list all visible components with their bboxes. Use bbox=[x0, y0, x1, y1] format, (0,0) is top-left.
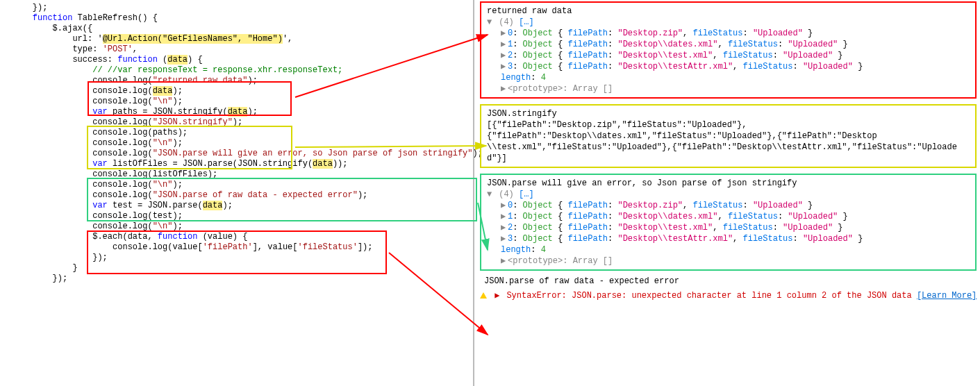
code-editor-pane: }); function TableRefresh() { $.ajax({ u… bbox=[0, 0, 474, 386]
code-line: console.log(paths); bbox=[13, 128, 470, 138]
console-block-parse: JSON.parse will give an error, so Json p… bbox=[480, 174, 977, 271]
console-title: returned raw data bbox=[487, 6, 970, 17]
warning-icon bbox=[480, 292, 487, 299]
code-line: console.log("JSON.parse will give an err… bbox=[13, 149, 470, 159]
array-prototype[interactable]: ▶<prototype>: Array [] bbox=[501, 255, 970, 267]
code-line: $.ajax({ bbox=[13, 24, 470, 34]
console-output-pane: returned raw data ▼ (4) […] ▶0: Object {… bbox=[474, 0, 980, 386]
code-line: } bbox=[13, 263, 470, 274]
code-line: console.log("\n"); bbox=[13, 180, 470, 190]
array-summary[interactable]: ▼ (4) […] bbox=[487, 189, 970, 200]
code-line: console.log(listOfFiles); bbox=[13, 169, 470, 180]
code-line: console.log(data); bbox=[13, 86, 470, 96]
console-title-error: JSON.parse of raw data - expected error bbox=[484, 276, 977, 286]
code-line: console.log("\n"); bbox=[13, 96, 470, 107]
array-item[interactable]: ▶0: Object { filePath: "Desktop.zip", fi… bbox=[501, 200, 970, 211]
code-line: function TableRefresh() { bbox=[13, 13, 470, 24]
console-block-rawdata: returned raw data ▼ (4) […] ▶0: Object {… bbox=[480, 1, 977, 99]
code-line: console.log("\n"); bbox=[13, 138, 470, 149]
console-title: JSON.parse will give an error, so Json p… bbox=[487, 178, 970, 189]
code-line: $.each(data, function (value) { bbox=[13, 232, 470, 242]
code-line: }); bbox=[13, 3, 470, 13]
console-block-stringify: JSON.stringify [{"filePath":"Desktop.zip… bbox=[480, 104, 977, 168]
code-line: console.log("\n"); bbox=[13, 221, 470, 232]
code-line: success: function (data) { bbox=[13, 55, 470, 65]
array-summary[interactable]: ▼ (4) […] bbox=[487, 17, 970, 28]
code-line: console.log("returned raw data"); bbox=[13, 76, 470, 86]
code-line: var test = JSON.parse(data); bbox=[13, 201, 470, 211]
array-item[interactable]: ▶0: Object { filePath: "Desktop.zip", fi… bbox=[501, 28, 970, 39]
array-item[interactable]: ▶2: Object { filePath: "Desktop\\test.xm… bbox=[501, 50, 970, 61]
code-line: console.log("JSON.parse of raw data - ex… bbox=[13, 190, 470, 201]
array-item[interactable]: ▶3: Object { filePath: "Desktop\\testAtt… bbox=[501, 61, 970, 72]
code-line: type: 'POST', bbox=[13, 44, 470, 55]
array-item[interactable]: ▶2: Object { filePath: "Desktop\\test.xm… bbox=[501, 222, 970, 233]
console-error-line: ▶ SyntaxError: JSON.parse: unexpected ch… bbox=[480, 290, 977, 301]
code-line: // //var responseText = response.xhr.res… bbox=[13, 65, 470, 76]
code-line: var listOfFiles = JSON.parse(JSON.string… bbox=[13, 159, 470, 169]
array-prototype[interactable]: ▶<prototype>: Array [] bbox=[501, 83, 970, 94]
code-line: console.log("JSON.stringify"); bbox=[13, 117, 470, 128]
console-body: [{"filePath":"Desktop.zip","fileStatus":… bbox=[487, 119, 970, 164]
array-length: length: 4 bbox=[501, 72, 970, 83]
array-item[interactable]: ▶1: Object { filePath: "Desktop\\dates.x… bbox=[501, 211, 970, 222]
learn-more-link[interactable]: [Learn More] bbox=[917, 291, 977, 301]
array-item[interactable]: ▶3: Object { filePath: "Desktop\\testAtt… bbox=[501, 233, 970, 244]
code-line: url: '@Url.Action("GetFilesNames", "Home… bbox=[13, 34, 470, 44]
code-line: }); bbox=[13, 274, 470, 284]
code-line: }); bbox=[13, 253, 470, 263]
array-item[interactable]: ▶1: Object { filePath: "Desktop\\dates.x… bbox=[501, 39, 970, 50]
code-line: console.log(test); bbox=[13, 211, 470, 221]
console-title: JSON.stringify bbox=[487, 108, 970, 119]
code-line: var paths = JSON.stringify(data); bbox=[13, 107, 470, 117]
array-length: length: 4 bbox=[501, 244, 970, 255]
code-line: console.log(value['filePath'], value['fi… bbox=[13, 242, 470, 253]
